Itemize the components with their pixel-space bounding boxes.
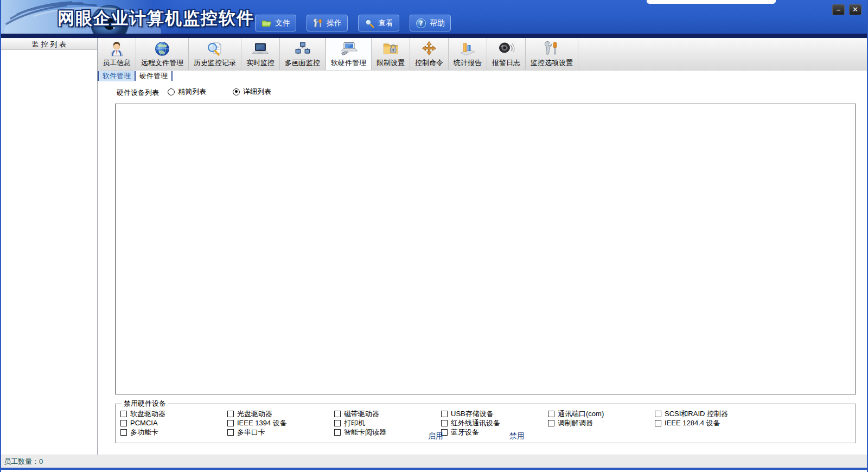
checkbox-multifunction-card[interactable]: 多功能卡 (120, 428, 227, 437)
checkbox-box[interactable] (655, 420, 661, 426)
checkbox-box[interactable] (227, 411, 234, 417)
checkbox-column: SCSI和RAID 控制器 IEEE 1284.4 设备 (655, 409, 856, 437)
radio-label: 精简列表 (178, 87, 206, 97)
toolbar-multi-screen-monitor[interactable]: 多画面监控 (280, 38, 326, 70)
toolbar-software-hardware-management[interactable]: 软硬件管理 (326, 38, 372, 70)
checkbox-box[interactable] (441, 411, 448, 417)
hardware-device-list[interactable] (115, 104, 856, 394)
toolbar-statistics-report[interactable]: 统计报告 (449, 38, 487, 70)
toolbar-label: 统计报告 (454, 58, 482, 68)
toolbar-alarm-log[interactable]: 报警日志 (487, 38, 526, 70)
checkbox-cd-drive[interactable]: 光盘驱动器 (227, 409, 334, 418)
status-bar: 员工数量：0 (1, 455, 867, 470)
tab-software-management[interactable]: 软件管理 (99, 71, 135, 81)
checkbox-label: PCMCIA (130, 419, 158, 427)
checkbox-column: 光盘驱动器 IEEE 1394 设备 多串口卡 (227, 409, 334, 437)
checkbox-printer[interactable]: 打印机 (334, 418, 441, 428)
toolbar-monitor-options[interactable]: 监控选项设置 (526, 38, 578, 70)
checkbox-smartcard-reader[interactable]: 智能卡阅读器 (334, 428, 441, 437)
toolbar-realtime-monitor[interactable]: 实时监控 (241, 38, 280, 70)
radio-circle[interactable] (233, 88, 240, 95)
checkbox-label: 蓝牙设备 (451, 428, 479, 437)
checkbox-usb-storage[interactable]: USB存储设备 (441, 409, 548, 418)
employee-icon (108, 40, 125, 58)
checkbox-bluetooth-device[interactable]: 蓝牙设备 (441, 428, 548, 437)
top-white-strip (647, 0, 776, 4)
history-record-icon (206, 40, 224, 58)
checkbox-box[interactable] (441, 420, 448, 426)
checkbox-label: USB存储设备 (451, 409, 494, 419)
checkbox-com-port[interactable]: 通讯端口(com) (548, 409, 655, 418)
checkbox-box[interactable] (120, 420, 127, 426)
checkbox-box[interactable] (334, 411, 341, 417)
monitor-options-icon (543, 40, 560, 58)
software-hardware-icon (340, 40, 358, 58)
monitor-list-area[interactable] (1, 50, 97, 455)
help-icon: ? (416, 18, 426, 29)
toolbar-history-record[interactable]: 历史监控记录 (189, 38, 241, 70)
checkbox-column: 软盘驱动器 PCMCIA 多功能卡 (120, 409, 227, 437)
checkbox-box[interactable] (227, 429, 234, 436)
checkbox-box[interactable] (334, 429, 341, 436)
checkbox-modem[interactable]: 调制解调器 (548, 418, 655, 428)
checkbox-label: 软盘驱动器 (130, 409, 165, 419)
tab-hardware-management[interactable]: 硬件管理 (136, 71, 171, 81)
toolbar-restriction-settings[interactable]: 限制设置 (372, 38, 410, 70)
menu-operate-button[interactable]: 操作 (307, 15, 348, 31)
sidebar-header: 监 控 列 表 (1, 38, 97, 50)
checkbox-label: 打印机 (344, 418, 365, 428)
disable-button[interactable]: 禁用 (509, 431, 525, 441)
checkbox-box[interactable] (334, 420, 341, 426)
checkbox-box[interactable] (548, 411, 554, 417)
hardware-management-panel: 硬件设备列表 精简列表 详细列表 禁用硬件设备 软盘驱动器 (98, 81, 867, 455)
radio-simple-list[interactable]: 精简列表 (168, 87, 206, 97)
statistics-report-icon (459, 40, 476, 58)
menu-bar: 文件 操作 查看 (255, 15, 451, 31)
menu-help-button[interactable]: ? 帮助 (410, 15, 451, 31)
main-toolbar: 员工信息 远程文件管理 (98, 38, 867, 71)
menu-file-label: 文件 (275, 18, 290, 28)
tools-icon (312, 18, 323, 29)
toolbar-control-command[interactable]: 控制命令 (410, 38, 449, 70)
checkbox-floppy-drive[interactable]: 软盘驱动器 (120, 409, 227, 418)
checkbox-multi-serial-card[interactable]: 多串口卡 (227, 428, 334, 437)
checkbox-box[interactable] (227, 420, 234, 426)
checkbox-box[interactable] (120, 411, 127, 417)
checkbox-label: 红外线通讯设备 (451, 418, 500, 428)
toolbar-employee-info[interactable]: 员工信息 (98, 38, 136, 70)
checkbox-ieee12844[interactable]: IEEE 1284.4 设备 (655, 418, 856, 428)
close-button[interactable]: ✕ (849, 4, 861, 15)
checkbox-pcmcia[interactable]: PCMCIA (120, 418, 227, 428)
window-controls: – ✕ (832, 4, 861, 15)
toolbar-label: 控制命令 (415, 58, 443, 68)
app-window: 网眼企业计算机监控软件 文件 操作 (0, 0, 868, 472)
alarm-log-icon (497, 40, 515, 58)
menu-view-button[interactable]: 查看 (358, 15, 399, 31)
enable-button[interactable]: 启用 (428, 431, 443, 441)
multi-screen-icon (294, 40, 311, 58)
checkbox-column: 磁带驱动器 打印机 智能卡阅读器 (334, 409, 441, 437)
toolbar-remote-file-management[interactable]: 远程文件管理 (136, 38, 189, 70)
checkbox-label: IEEE 1394 设备 (237, 418, 287, 428)
checkbox-label: 调制解调器 (558, 418, 593, 428)
checkbox-box[interactable] (655, 411, 661, 417)
radio-circle[interactable] (168, 88, 175, 95)
checkbox-label: 磁带驱动器 (344, 409, 379, 419)
checkbox-tape-drive[interactable]: 磁带驱动器 (334, 409, 441, 418)
checkbox-scsi-raid-controller[interactable]: SCSI和RAID 控制器 (655, 409, 856, 418)
checkbox-box[interactable] (548, 420, 554, 426)
checkbox-label: 多功能卡 (130, 428, 158, 437)
checkbox-ieee1394[interactable]: IEEE 1394 设备 (227, 418, 334, 428)
toolbar-label: 员工信息 (103, 58, 131, 68)
toolbar-label: 远程文件管理 (141, 58, 183, 68)
management-tabs: 软件管理 硬件管理 (98, 71, 867, 81)
restriction-icon (382, 40, 399, 58)
radio-detailed-list[interactable]: 详细列表 (233, 87, 271, 97)
realtime-monitor-icon (252, 40, 269, 58)
checkbox-infrared-device[interactable]: 红外线通讯设备 (441, 418, 548, 428)
checkbox-box[interactable] (120, 429, 127, 436)
menu-file-button[interactable]: 文件 (255, 15, 296, 31)
menu-help-label: 帮助 (430, 18, 445, 28)
title-bar: 网眼企业计算机监控软件 文件 操作 (1, 0, 867, 34)
minimize-button[interactable]: – (832, 4, 845, 15)
